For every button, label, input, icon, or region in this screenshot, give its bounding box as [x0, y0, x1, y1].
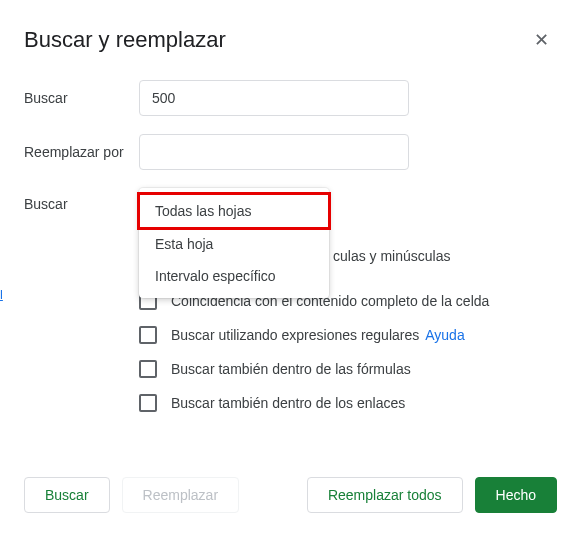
regex-checkbox[interactable] — [139, 326, 157, 344]
scope-label: Buscar — [24, 188, 139, 212]
dialog-header: Buscar y reemplazar ✕ — [24, 24, 557, 56]
replace-all-button[interactable]: Reemplazar todos — [307, 477, 463, 513]
search-field-row: Buscar — [24, 80, 557, 116]
dialog-buttons: Buscar Reemplazar Reemplazar todos Hecho — [24, 477, 557, 513]
replace-field-row: Reemplazar por — [24, 134, 557, 170]
regex-row: Buscar utilizando expresiones regulares … — [139, 326, 557, 344]
replace-input[interactable] — [139, 134, 409, 170]
scope-dropdown-menu: Todas las hojas Esta hoja Intervalo espe… — [139, 188, 329, 298]
formulas-checkbox[interactable] — [139, 360, 157, 378]
match-case-partial-text: culas y minúsculas — [333, 248, 451, 264]
search-button[interactable]: Buscar — [24, 477, 110, 513]
search-scope-row: Buscar Todas las hojas Esta hoja Interva… — [24, 188, 557, 212]
regex-help-link[interactable]: Ayuda — [425, 327, 464, 343]
formulas-label: Buscar también dentro de las fórmulas — [171, 361, 411, 377]
close-button[interactable]: ✕ — [525, 24, 557, 56]
dropdown-option-all-sheets[interactable]: Todas las hojas — [139, 194, 329, 228]
formulas-row: Buscar también dentro de las fórmulas — [139, 360, 557, 378]
replace-label: Reemplazar por — [24, 144, 139, 160]
checkboxes-section: Coincidencia con el contenido completo d… — [139, 292, 557, 412]
regex-label: Buscar utilizando expresiones regulares — [171, 327, 419, 343]
links-row: Buscar también dentro de los enlaces — [139, 394, 557, 412]
find-replace-dialog: Buscar y reemplazar ✕ Buscar Reemplazar … — [0, 0, 581, 537]
search-input[interactable] — [139, 80, 409, 116]
links-label: Buscar también dentro de los enlaces — [171, 395, 405, 411]
search-label: Buscar — [24, 90, 139, 106]
button-spacer — [251, 477, 295, 513]
dropdown-option-this-sheet[interactable]: Esta hoja — [139, 228, 329, 260]
links-checkbox[interactable] — [139, 394, 157, 412]
close-icon: ✕ — [534, 29, 549, 51]
replace-button: Reemplazar — [122, 477, 239, 513]
dropdown-option-specific-range[interactable]: Intervalo específico — [139, 260, 329, 292]
done-button[interactable]: Hecho — [475, 477, 557, 513]
dialog-title: Buscar y reemplazar — [24, 27, 226, 53]
